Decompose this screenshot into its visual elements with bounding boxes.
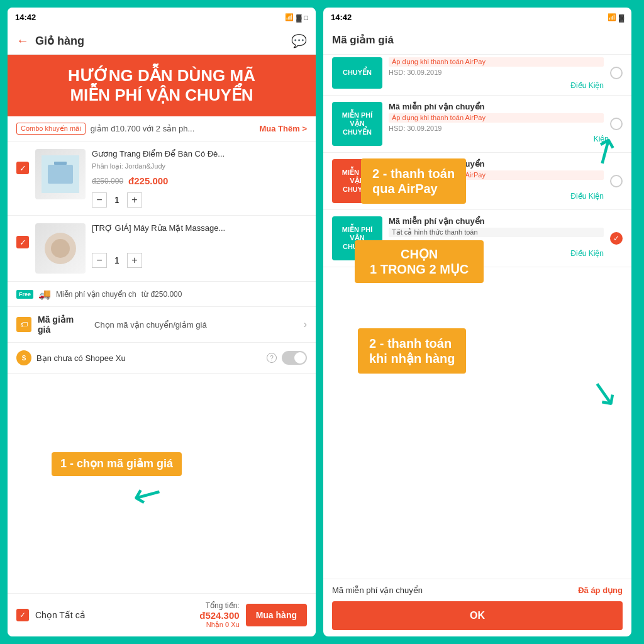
xu-earn-label: Nhận 0 Xu bbox=[92, 621, 240, 629]
coupon-radio-3[interactable]: ✓ bbox=[610, 232, 623, 245]
product-2-qty-decrease[interactable]: − bbox=[92, 253, 107, 268]
coupon-bottom: Mã miễn phí vận chuyển Đã áp dụng OK bbox=[323, 579, 631, 636]
voucher-arrow-icon: › bbox=[304, 319, 307, 330]
svg-rect-2 bbox=[54, 162, 67, 165]
product-2-img-inner bbox=[35, 223, 86, 274]
coupon-hsd-1: HSD: 30.09.2019 bbox=[389, 125, 604, 132]
coupon-subtitle-3: Tất cả hình thức thanh toán bbox=[389, 228, 604, 237]
voucher-label: Mã giảm giá bbox=[38, 314, 88, 335]
xu-text: Bạn chưa có Shopee Xu bbox=[36, 353, 262, 363]
coupon-content-1: Mã miễn phí vận chuyển Áp dụng khi thanh… bbox=[389, 102, 604, 146]
overlay-label-2: 2 - thanh toán qua AirPay bbox=[361, 158, 466, 204]
coupon-subtitle-0: Áp dụng khi thanh toán AirPay bbox=[389, 57, 604, 67]
xu-icon: S bbox=[16, 350, 31, 365]
applied-status: Đã áp dụng bbox=[578, 586, 623, 595]
status-bar-right: 14:42 📶 ▓ bbox=[323, 8, 631, 27]
battery-icon-right: ▓ bbox=[619, 14, 624, 21]
svg-rect-1 bbox=[48, 165, 73, 184]
banner-line2: MIỄN PHÍ VẬN CHUYỂN bbox=[20, 86, 303, 105]
product-1-variant: Phân loại: Jordan&Judy bbox=[92, 162, 307, 170]
cart-bottom-bar: ✓ Chọn Tất cả Tổng tiền: đ524.300 Nhận 0… bbox=[8, 593, 316, 636]
coupon-hsd-0: HSD: 30.09.2019 bbox=[389, 69, 604, 76]
coupon-radio-1[interactable] bbox=[610, 118, 623, 130]
coupon-dieukien-3[interactable]: Điều Kiện bbox=[570, 249, 604, 258]
select-all-checkbox[interactable]: ✓ bbox=[16, 609, 29, 621]
battery-box: □ bbox=[304, 14, 308, 21]
voucher-icon: 🏷 bbox=[16, 317, 31, 332]
product-1-new-price: đ225.000 bbox=[128, 175, 168, 186]
svg-point-4 bbox=[51, 239, 70, 258]
promo-banner: HƯỚNG DẪN DÙNG MÃ MIỄN PHÍ VẬN CHUYỂN bbox=[8, 55, 316, 116]
product-2-name: [TRỢ GIÁ] Máy Rửa Mặt Massage... bbox=[92, 223, 307, 234]
left-panel: 14:42 📶 ▓ □ ← Giỏ hàng 💬 HƯỚNG DẪN DÙNG … bbox=[8, 8, 316, 636]
overlay-label-1: 1 - chọn mã giảm giá bbox=[52, 452, 182, 476]
applied-row: Mã miễn phí vận chuyển Đã áp dụng bbox=[332, 586, 623, 595]
product-item-2: ✓ [TRỢ GIÁ] Máy Rửa Mặt Massage... − 1 + bbox=[8, 216, 316, 282]
voucher-desc: Chọn mã vận chuyển/giảm giá bbox=[94, 320, 297, 330]
product-1-name: Gương Trang Điểm Để Bàn Có Đè... bbox=[92, 149, 307, 160]
banner-line1: HƯỚNG DẪN DÙNG MÃ bbox=[20, 66, 303, 86]
status-bar-left: 14:42 📶 ▓ □ bbox=[8, 8, 316, 27]
coupon-dieukien-0[interactable]: Điều Kiện bbox=[570, 81, 604, 90]
cart-title: Giỏ hàng bbox=[35, 34, 84, 48]
product-2-checkbox[interactable]: ✓ bbox=[16, 236, 29, 248]
product-1-qty-value: 1 bbox=[114, 195, 119, 205]
product-1-old-price: đ250.000 bbox=[92, 177, 123, 186]
xu-question-icon[interactable]: ? bbox=[267, 353, 277, 363]
product-2-qty-value: 1 bbox=[114, 255, 119, 265]
product-1-checkbox[interactable]: ✓ bbox=[16, 162, 29, 174]
shipping-text: Miễn phí vận chuyển ch bbox=[56, 290, 136, 299]
product-2-image bbox=[35, 223, 86, 274]
buy-button[interactable]: Mua hàng bbox=[246, 604, 307, 626]
overlay-label-4: 2 - thanh toán khi nhận hàng bbox=[358, 328, 466, 374]
promo-bar: Combo khuyến mãi giảm đ10.700 với 2 sản … bbox=[8, 116, 316, 142]
applied-label: Mã miễn phí vận chuyển bbox=[332, 586, 423, 595]
xu-toggle[interactable] bbox=[282, 351, 307, 365]
coupon-title-1: Mã miễn phí vận chuyển bbox=[389, 102, 604, 111]
product-2-details: [TRỢ GIÁ] Máy Rửa Mặt Massage... − 1 + bbox=[92, 223, 307, 268]
select-all-label: Chọn Tất cả bbox=[35, 610, 86, 620]
product-1-image bbox=[35, 149, 86, 199]
coupon-radio-0[interactable] bbox=[610, 67, 623, 79]
right-panel: 14:42 📶 ▓ Mã giảm giá CHUYỂN Áp dụng khi… bbox=[323, 8, 631, 636]
truck-icon: 🚚 bbox=[38, 288, 51, 300]
signal-icon-right: 📶 bbox=[608, 13, 616, 21]
toggle-knob bbox=[294, 352, 306, 364]
coupon-list: CHUYỂN Áp dụng khi thanh toán AirPay HSD… bbox=[323, 55, 631, 579]
coupon-badge-1: MIỄN PHÍ VẬN CHUYỂN bbox=[332, 102, 382, 146]
time-right: 14:42 bbox=[331, 13, 352, 22]
free-badge: Free bbox=[16, 290, 33, 299]
promo-tag: Combo khuyến mãi bbox=[16, 123, 86, 135]
product-1-img-inner bbox=[35, 149, 86, 199]
coupon-radio-2[interactable] bbox=[610, 175, 623, 187]
time-left: 14:42 bbox=[15, 13, 36, 22]
ok-button[interactable]: OK bbox=[332, 601, 623, 630]
promo-link[interactable]: Mua Thêm > bbox=[260, 124, 308, 133]
total-section: Tổng tiền: đ524.300 Nhận 0 Xu bbox=[92, 601, 240, 629]
product-1-qty-row: − 1 + bbox=[92, 192, 307, 208]
coupon-title-3: Mã miễn phí vận chuyển bbox=[389, 216, 604, 226]
coupon-dieukien-2[interactable]: Điều Kiện bbox=[570, 192, 604, 201]
battery-icon: ▓ bbox=[296, 14, 301, 21]
chat-icon[interactable]: 💬 bbox=[291, 33, 307, 48]
product-1-qty-decrease[interactable]: − bbox=[92, 192, 107, 208]
product-1-details: Gương Trang Điểm Để Bàn Có Đè... Phân lo… bbox=[92, 149, 307, 208]
product-2-qty-increase[interactable]: + bbox=[127, 253, 142, 268]
shipping-suffix: từ đ250.000 bbox=[142, 290, 182, 299]
back-button[interactable]: ← bbox=[16, 33, 29, 48]
coupon-badge-0: CHUYỂN bbox=[332, 57, 382, 89]
shopee-xu-row: S Bạn chưa có Shopee Xu ? bbox=[8, 343, 316, 374]
coupon-header: Mã giảm giá bbox=[323, 27, 631, 55]
coupon-title: Mã giảm giá bbox=[332, 33, 623, 47]
voucher-row[interactable]: 🏷 Mã giảm giá Chọn mã vận chuyển/giảm gi… bbox=[8, 307, 316, 343]
product-1-qty-increase[interactable]: + bbox=[127, 192, 142, 208]
overlay-label-3: CHỌN 1 TRONG 2 MỤC bbox=[355, 240, 484, 283]
promo-text: giảm đ10.700 với 2 sản ph... bbox=[91, 124, 260, 133]
product-1-prices: đ250.000 đ225.000 bbox=[92, 175, 307, 186]
status-icons-right: 📶 ▓ bbox=[608, 13, 624, 21]
total-price: đ524.300 bbox=[92, 610, 240, 621]
shipping-bar: Free 🚚 Miễn phí vận chuyển ch từ đ250.00… bbox=[8, 282, 316, 307]
coupon-item-0: CHUYỂN Áp dụng khi thanh toán AirPay HSD… bbox=[323, 55, 631, 96]
cart-header: ← Giỏ hàng 💬 bbox=[8, 27, 316, 55]
product-2-qty-row: − 1 + bbox=[92, 253, 307, 268]
